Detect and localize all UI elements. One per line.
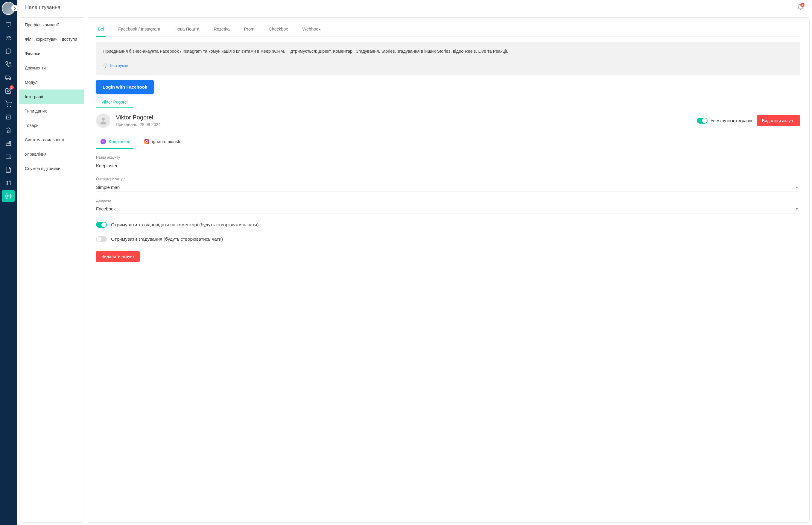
channel-tab-1[interactable]: iguana.miqusto xyxy=(139,135,185,149)
sub-tab-0[interactable]: Viktor Pogorel xyxy=(96,97,133,108)
nav-archive-icon[interactable] xyxy=(2,111,15,123)
operators-label: Оператори чату * xyxy=(96,177,800,181)
enable-integration-toggle[interactable] xyxy=(697,118,708,124)
settings-item-2[interactable]: Фінанси xyxy=(19,46,84,61)
comments-toggle-row: Отримувати та відповідати на коментарі (… xyxy=(96,222,800,228)
gear-icon xyxy=(103,63,108,68)
svg-point-27 xyxy=(148,140,149,140)
svg-rect-10 xyxy=(6,115,11,116)
enable-integration-label: Увімкнути інтеграцію xyxy=(710,118,754,123)
account-name-group: Назва акаунту xyxy=(96,155,800,170)
info-box: Приєднання бізнес-акаунта Facebook / Ins… xyxy=(96,42,800,75)
channel-tab-label: Keepinster xyxy=(109,139,129,144)
chevron-down-icon: ▼ xyxy=(795,207,798,211)
operators-select[interactable] xyxy=(96,183,800,192)
settings-sidebar: Профіль компаніїФілії, користувачі і дос… xyxy=(19,17,85,523)
notifications-button[interactable]: 1 xyxy=(797,4,803,11)
expand-sidebar-icon[interactable]: ❯ xyxy=(11,5,18,11)
source-group: Джерело ▼ xyxy=(96,198,800,213)
delete-channel-button[interactable]: Видалити акаунт xyxy=(96,251,140,262)
channel-tab-0[interactable]: Keepinster xyxy=(96,135,134,149)
nav-analytics-icon[interactable] xyxy=(2,177,15,189)
avatar-wrap[interactable]: ❯ xyxy=(2,2,15,15)
nav-cart-icon[interactable] xyxy=(2,97,15,110)
facebook-login-button[interactable]: Login with Facebook xyxy=(96,80,154,94)
channel-tabs: Keepinsteriguana.miqusto xyxy=(96,135,800,149)
chevron-down-icon: ▼ xyxy=(795,185,798,189)
receive-comments-toggle[interactable] xyxy=(96,222,107,228)
svg-point-4 xyxy=(9,36,11,38)
settings-item-1[interactable]: Філії, користувачі і доступи xyxy=(19,32,84,46)
receive-mentions-toggle[interactable] xyxy=(96,236,107,242)
content: ВсіFacebook / InstagramНова ПоштаRozetka… xyxy=(87,17,810,523)
svg-point-23 xyxy=(102,118,105,121)
nav-monitor-icon[interactable] xyxy=(2,18,15,31)
settings-item-0[interactable]: Профіль компанії xyxy=(19,18,84,32)
svg-point-6 xyxy=(6,79,7,80)
settings-item-7[interactable]: Товари xyxy=(19,118,84,133)
svg-point-7 xyxy=(10,79,11,80)
instruction-row: Інструкція xyxy=(103,63,793,69)
body-area: Профіль компаніїФілії, користувачі і дос… xyxy=(17,15,812,525)
tab-6[interactable]: Webhook xyxy=(301,22,323,37)
svg-point-22 xyxy=(105,65,106,66)
page-title: Налаштування xyxy=(25,4,60,11)
profile-right: Увімкнути інтеграцію Видалити акаунт xyxy=(697,115,800,126)
svg-point-3 xyxy=(7,36,9,38)
settings-item-8[interactable]: Система лояльності xyxy=(19,133,84,147)
instagram-icon xyxy=(143,139,150,145)
edit-badge: 3 xyxy=(10,85,14,90)
nav-wallet-icon[interactable] xyxy=(2,150,15,163)
receive-mentions-label: Отримувати згадування (будуть створювати… xyxy=(111,237,223,242)
icon-sidebar: ❯ 3 xyxy=(0,0,17,525)
tab-2[interactable]: Нова Пошта xyxy=(173,22,201,37)
nav-truck-icon[interactable] xyxy=(2,71,15,84)
nav-factory-icon[interactable] xyxy=(2,137,15,150)
nav-edit-icon[interactable]: 3 xyxy=(2,85,15,97)
main-wrap: Налаштування 1 Профіль компаніїФілії, ко… xyxy=(17,0,812,525)
tab-3[interactable]: Rozetka xyxy=(212,22,231,37)
account-sub-tabs: Viktor Pogorel xyxy=(96,97,800,108)
svg-rect-0 xyxy=(6,23,11,26)
settings-item-3[interactable]: Документи xyxy=(19,61,84,75)
profile-avatar xyxy=(96,114,110,128)
account-name-label: Назва акаунту xyxy=(96,155,800,160)
instruction-link[interactable]: Інструкція xyxy=(110,63,129,69)
account-name-input[interactable] xyxy=(96,161,800,170)
nav-chat-icon[interactable] xyxy=(2,45,15,58)
settings-item-10[interactable]: Служба підтримки xyxy=(19,161,84,176)
settings-item-4[interactable]: Модулі xyxy=(19,75,84,90)
operators-group: Оператори чату * ▼ xyxy=(96,177,800,192)
settings-item-6[interactable]: Типи даних xyxy=(19,104,84,118)
nav-users-icon[interactable] xyxy=(2,32,15,44)
svg-point-8 xyxy=(7,106,8,107)
nav-settings-icon[interactable] xyxy=(2,190,15,202)
svg-point-21 xyxy=(7,195,9,197)
settings-item-5[interactable]: Інтеграції xyxy=(19,90,84,104)
profile-row: Viktor Pogorel Приєднано: 28.08.2024 Уві… xyxy=(96,114,800,128)
svg-rect-5 xyxy=(5,76,9,79)
source-select[interactable] xyxy=(96,205,800,213)
svg-point-9 xyxy=(10,106,11,107)
nav-building-icon[interactable] xyxy=(2,124,15,136)
top-bar: Налаштування 1 xyxy=(17,0,812,15)
integration-tabs: ВсіFacebook / InstagramНова ПоштаRozetka… xyxy=(96,22,800,37)
svg-rect-25 xyxy=(144,139,149,144)
tab-5[interactable]: Checkbox xyxy=(267,22,290,37)
tab-4[interactable]: Prom xyxy=(242,22,256,37)
settings-item-9[interactable]: Управління xyxy=(19,147,84,161)
profile-name: Viktor Pogorel xyxy=(116,114,161,121)
profile-left: Viktor Pogorel Приєднано: 28.08.2024 xyxy=(96,114,161,128)
tab-0[interactable]: Всі xyxy=(96,22,106,37)
svg-point-14 xyxy=(10,157,10,158)
notification-badge: 1 xyxy=(800,3,805,7)
nav-phone-icon[interactable] xyxy=(2,58,15,71)
svg-point-24 xyxy=(101,139,106,144)
nav-document-icon[interactable] xyxy=(2,163,15,176)
mentions-toggle-row: Отримувати згадування (будуть створювати… xyxy=(96,236,800,242)
tab-1[interactable]: Facebook / Instagram xyxy=(117,22,162,37)
profile-joined-date: Приєднано: 28.08.2024 xyxy=(116,122,161,127)
delete-account-button[interactable]: Видалити акаунт xyxy=(757,115,800,126)
info-text: Приєднання бізнес-акаунта Facebook / Ins… xyxy=(103,48,793,55)
svg-rect-12 xyxy=(7,131,9,133)
